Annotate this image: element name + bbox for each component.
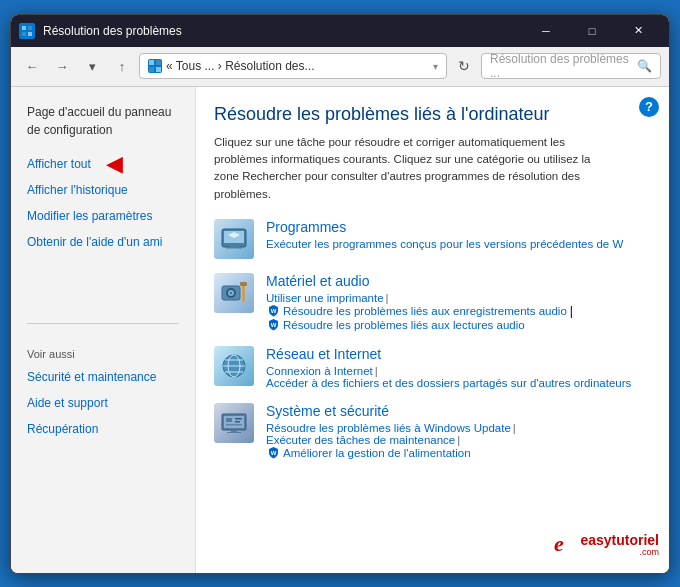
- sidebar: Page d'accueil du panneau de configurati…: [11, 87, 196, 573]
- svg-rect-2: [22, 32, 26, 36]
- programmes-title[interactable]: Programmes: [266, 219, 651, 235]
- shield-icon-2: W: [266, 318, 280, 332]
- watermark: e easytutoriel .com: [552, 529, 659, 563]
- svg-rect-3: [28, 32, 32, 36]
- sidebar-item-home: Page d'accueil du panneau de configurati…: [11, 99, 195, 143]
- sidebar-item-aide-ami[interactable]: Obtenir de l'aide d'un ami: [11, 229, 195, 255]
- audio-link-1[interactable]: Résoudre les problèmes liés aux enregist…: [283, 305, 567, 317]
- svg-text:W: W: [270, 308, 276, 314]
- sidebar-item-aide-support[interactable]: Aide et support: [11, 390, 195, 416]
- programmes-link-0[interactable]: Exécuter les programmes conçus pour les …: [266, 238, 623, 250]
- up-button[interactable]: ↑: [109, 53, 135, 79]
- refresh-button[interactable]: ↻: [451, 53, 477, 79]
- afficher-tout-wrapper: Afficher tout ◀: [11, 151, 195, 177]
- systeme-links-2: Exécuter des tâches de maintenance |: [266, 434, 651, 446]
- svg-text:W: W: [270, 450, 276, 456]
- svg-rect-5: [156, 60, 161, 65]
- shield-icon-1: W: [266, 304, 280, 318]
- systeme-body: Système et sécurité Résoudre les problèm…: [266, 403, 651, 460]
- shield-icon-3: W: [266, 446, 280, 460]
- voir-aussi-label: Voir aussi: [11, 344, 195, 364]
- address-bar: ← → ▾ ↑ « Tous ... › Résolution des... ▾…: [11, 47, 669, 87]
- sidebar-item-recuperation[interactable]: Récupération: [11, 416, 195, 442]
- watermark-main: easytutoriel: [580, 533, 659, 548]
- audio-link-0[interactable]: Utiliser une imprimante: [266, 292, 384, 304]
- close-button[interactable]: ✕: [615, 15, 661, 47]
- audio-links: Utiliser une imprimante |: [266, 292, 651, 304]
- svg-rect-17: [242, 284, 245, 302]
- svg-text:e: e: [554, 531, 564, 556]
- red-arrow: ◀: [106, 151, 123, 177]
- minimize-button[interactable]: ─: [523, 15, 569, 47]
- audio-shield-2: W Résoudre les problèmes liés aux lectur…: [266, 318, 651, 332]
- address-field[interactable]: « Tous ... › Résolution des... ▾: [139, 53, 447, 79]
- reseau-icon: [214, 346, 254, 386]
- content-area: Page d'accueil du panneau de configurati…: [11, 87, 669, 573]
- reseau-title[interactable]: Réseau et Internet: [266, 346, 651, 362]
- svg-rect-1: [28, 26, 32, 30]
- help-icon[interactable]: ?: [639, 97, 659, 117]
- address-icon: [148, 59, 162, 73]
- watermark-sub: .com: [580, 548, 659, 558]
- title-bar: Résolution des problèmes ─ □ ✕: [11, 15, 669, 47]
- systeme-link-1[interactable]: Exécuter des tâches de maintenance: [266, 434, 455, 446]
- sidebar-item-afficher-tout[interactable]: Afficher tout: [11, 151, 107, 177]
- audio-link-2[interactable]: Résoudre les problèmes liés aux lectures…: [283, 319, 525, 331]
- svg-rect-18: [240, 282, 247, 286]
- sidebar-divider: [27, 323, 179, 324]
- svg-rect-4: [149, 60, 154, 65]
- audio-shield-1: W Résoudre les problèmes liés aux enregi…: [266, 304, 651, 318]
- watermark-text: easytutoriel .com: [580, 533, 659, 558]
- category-audio: Matériel et audio Utiliser une imprimant…: [214, 273, 651, 332]
- window-controls: ─ □ ✕: [523, 15, 661, 47]
- reseau-link-1[interactable]: Accéder à des fichiers et des dossiers p…: [266, 377, 631, 389]
- svg-rect-28: [226, 418, 232, 422]
- sidebar-item-parametres[interactable]: Modifier les paramètres: [11, 203, 195, 229]
- search-field[interactable]: Résolution des problèmes ... 🔍: [481, 53, 661, 79]
- main-title: Résoudre les problèmes liés à l'ordinate…: [214, 103, 651, 126]
- category-programmes: Programmes Exécuter les programmes conçu…: [214, 219, 651, 259]
- window-title: Résolution des problèmes: [43, 24, 515, 38]
- watermark-e: e: [552, 529, 576, 563]
- programmes-links: Exécuter les programmes conçus pour les …: [266, 238, 651, 250]
- svg-rect-7: [156, 67, 161, 72]
- sidebar-item-historique[interactable]: Afficher l'historique: [11, 177, 195, 203]
- search-placeholder: Résolution des problèmes ...: [490, 52, 633, 80]
- systeme-link-2[interactable]: Améliorer la gestion de l'alimentation: [283, 447, 471, 459]
- dropdown-button[interactable]: ▾: [79, 53, 105, 79]
- audio-title[interactable]: Matériel et audio: [266, 273, 651, 289]
- programmes-body: Programmes Exécuter les programmes conçu…: [266, 219, 651, 250]
- audio-icon: [214, 273, 254, 313]
- main-window: Résolution des problèmes ─ □ ✕ ← → ▾ ↑ «…: [10, 14, 670, 574]
- svg-text:W: W: [270, 322, 276, 328]
- back-button[interactable]: ←: [19, 53, 45, 79]
- programmes-icon: [214, 219, 254, 259]
- svg-rect-11: [226, 247, 242, 249]
- window-icon: [19, 23, 35, 39]
- svg-rect-31: [226, 424, 242, 426]
- main-content: ? Résoudre les problèmes liés à l'ordina…: [196, 87, 669, 573]
- systeme-title[interactable]: Système et sécurité: [266, 403, 651, 419]
- audio-body: Matériel et audio Utiliser une imprimant…: [266, 273, 651, 332]
- reseau-links-2: Accéder à des fichiers et des dossiers p…: [266, 377, 651, 389]
- svg-rect-0: [22, 26, 26, 30]
- sidebar-item-securite[interactable]: Sécurité et maintenance: [11, 364, 195, 390]
- search-icon: 🔍: [637, 59, 652, 73]
- systeme-shield: W Améliorer la gestion de l'alimentation: [266, 446, 651, 460]
- reseau-links: Connexion à Internet |: [266, 365, 651, 377]
- forward-button[interactable]: →: [49, 53, 75, 79]
- svg-rect-10: [229, 245, 239, 247]
- svg-rect-29: [235, 418, 242, 420]
- category-list: Programmes Exécuter les programmes conçu…: [214, 219, 651, 460]
- svg-rect-6: [149, 67, 154, 72]
- main-description: Cliquez sur une tâche pour résoudre et c…: [214, 134, 614, 203]
- svg-rect-30: [235, 421, 240, 423]
- reseau-link-0[interactable]: Connexion à Internet: [266, 365, 373, 377]
- systeme-icon: [214, 403, 254, 443]
- maximize-button[interactable]: □: [569, 15, 615, 47]
- category-systeme: Système et sécurité Résoudre les problèm…: [214, 403, 651, 460]
- systeme-link-0[interactable]: Résoudre les problèmes liés à Windows Up…: [266, 422, 511, 434]
- category-reseau: Réseau et Internet Connexion à Internet …: [214, 346, 651, 389]
- systeme-links: Résoudre les problèmes liés à Windows Up…: [266, 422, 651, 434]
- svg-point-16: [230, 292, 232, 294]
